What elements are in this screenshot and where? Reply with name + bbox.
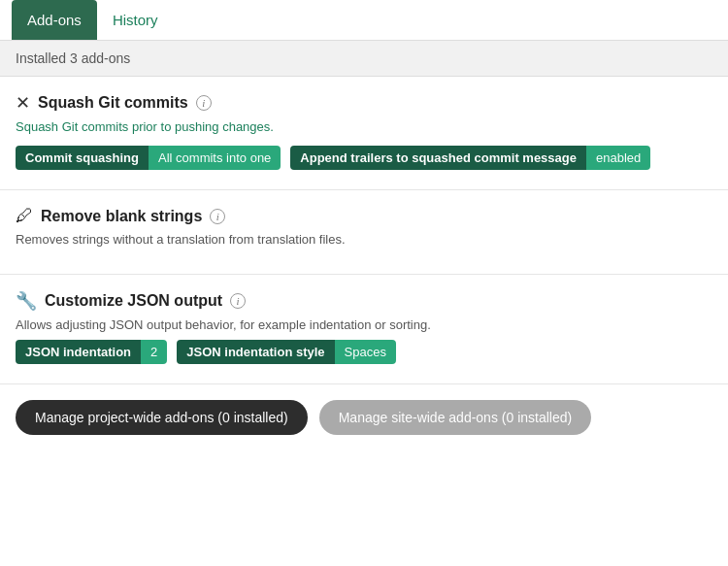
badge-value: All commits into one <box>149 146 281 170</box>
badge-value: 2 <box>141 340 167 364</box>
badge-append-trailers[interactable]: Append trailers to squashed commit messa… <box>290 146 650 170</box>
addon-title-row: 🔧 Customize JSON output i <box>16 290 712 312</box>
addon-description: Squash Git commits prior to pushing chan… <box>16 119 712 134</box>
addon-title: Squash Git commits <box>38 94 188 112</box>
addon-title-row: 🖊 Remove blank strings i <box>16 206 712 226</box>
badges-row: Commit squashing All commits into one Ap… <box>16 146 712 170</box>
addon-remove-blank-strings: 🖊 Remove blank strings i Removes strings… <box>0 190 728 275</box>
badge-json-indentation[interactable]: JSON indentation 2 <box>16 340 167 364</box>
badges-row: JSON indentation 2 JSON indentation styl… <box>16 340 712 364</box>
addon-title: Remove blank strings <box>41 208 202 225</box>
badge-label: JSON indentation style <box>177 340 334 364</box>
addon-description: Removes strings without a translation fr… <box>16 232 712 247</box>
addon-description: Allows adjusting JSON output behavior, f… <box>16 317 712 332</box>
badge-label: Append trailers to squashed commit messa… <box>290 146 586 170</box>
badge-value: Spaces <box>335 340 396 364</box>
addon-squash-git-commits: ✕ Squash Git commits i Squash Git commit… <box>0 77 728 190</box>
badge-label: JSON indentation <box>16 340 141 364</box>
tab-history[interactable]: History <box>97 0 174 40</box>
installed-header: Installed 3 add-ons <box>0 41 728 77</box>
addon-title: Customize JSON output <box>45 292 222 310</box>
squash-icon: ✕ <box>16 92 30 114</box>
tab-bar: Add-ons History <box>0 0 728 41</box>
addon-title-row: ✕ Squash Git commits i <box>16 92 712 114</box>
manage-site-button[interactable]: Manage site-wide add-ons (0 installed) <box>319 400 591 435</box>
content-area: Installed 3 add-ons ✕ Squash Git commits… <box>0 41 728 450</box>
badge-commit-squashing[interactable]: Commit squashing All commits into one <box>16 146 281 170</box>
info-icon[interactable]: i <box>196 95 212 111</box>
bottom-bar: Manage project-wide add-ons (0 installed… <box>0 384 728 450</box>
badge-value: enabled <box>586 146 650 170</box>
manage-project-button[interactable]: Manage project-wide add-ons (0 installed… <box>16 400 308 435</box>
info-icon[interactable]: i <box>230 293 246 309</box>
tab-addons[interactable]: Add-ons <box>12 0 97 40</box>
eraser-icon: 🖊 <box>16 206 33 226</box>
badge-json-indentation-style[interactable]: JSON indentation style Spaces <box>177 340 396 364</box>
wrench-icon: 🔧 <box>16 290 37 312</box>
info-icon[interactable]: i <box>210 209 225 224</box>
addon-customize-json: 🔧 Customize JSON output i Allows adjusti… <box>0 275 728 384</box>
badge-label: Commit squashing <box>16 146 149 170</box>
